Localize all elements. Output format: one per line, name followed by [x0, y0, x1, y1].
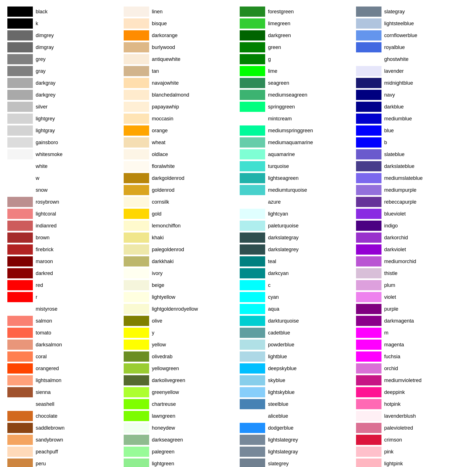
- color-swatch: [7, 459, 33, 467]
- color-item: lightsteelblue: [354, 18, 471, 29]
- color-label: lime: [268, 68, 277, 74]
- color-label: oldlace: [152, 152, 168, 157]
- color-item: silver: [6, 101, 122, 113]
- color-label: skyblue: [268, 378, 285, 383]
- color-label: mediumpurple: [384, 187, 417, 193]
- color-swatch: [124, 54, 149, 64]
- color-item: forestgreen: [238, 6, 354, 18]
- color-item: thistle: [354, 267, 471, 279]
- color-swatch: [124, 363, 149, 374]
- color-swatch: [124, 280, 149, 290]
- color-swatch: [356, 42, 381, 52]
- color-label: lightblue: [268, 354, 287, 360]
- color-swatch: [240, 173, 265, 183]
- color-item: w: [6, 172, 122, 184]
- color-item: snow: [6, 184, 122, 196]
- color-swatch: [356, 435, 381, 445]
- color-item: yellowgreen: [122, 362, 238, 374]
- color-item: olivedrab: [122, 351, 238, 362]
- color-swatch: [356, 149, 381, 159]
- color-item: cadetblue: [238, 327, 354, 339]
- color-label: cadetblue: [268, 330, 290, 336]
- color-label: aliceblue: [268, 413, 288, 419]
- color-item: darkviolet: [354, 244, 471, 255]
- color-swatch: [240, 209, 265, 219]
- color-item: aquamarine: [238, 148, 354, 160]
- color-item: lightgoldenrodyellow: [122, 303, 238, 315]
- color-label: lemonchiffon: [152, 223, 181, 229]
- color-label: palegoldenrod: [152, 247, 184, 253]
- color-swatch: [356, 280, 381, 290]
- color-swatch-empty: [356, 54, 381, 64]
- color-label: navy: [384, 92, 395, 98]
- color-swatch: [240, 423, 265, 433]
- color-swatch: [356, 233, 381, 243]
- color-swatch: [356, 7, 381, 17]
- color-item: gold: [122, 208, 238, 220]
- color-item: darkturquoise: [238, 315, 354, 327]
- color-item: mediumvioletred: [354, 374, 471, 386]
- color-item: seashell: [6, 398, 122, 410]
- color-label: lightgreen: [152, 461, 174, 467]
- color-label: orange: [152, 128, 168, 134]
- color-swatch: [240, 363, 265, 374]
- color-item: plum: [354, 279, 471, 291]
- color-label: floralwhite: [152, 163, 175, 169]
- color-swatch: [124, 125, 149, 136]
- color-swatch: [7, 292, 33, 302]
- color-item: indianred: [6, 220, 122, 232]
- color-swatch: [7, 363, 33, 374]
- color-label: mediumvioletred: [384, 378, 422, 383]
- color-label: lawngreen: [152, 413, 175, 419]
- color-item: blanchedalmond: [122, 89, 238, 101]
- color-label: brown: [36, 235, 50, 241]
- color-swatch: [240, 7, 265, 17]
- color-item: rebeccapurple: [354, 196, 471, 208]
- color-swatch: [124, 90, 149, 100]
- color-label: goldenrod: [152, 187, 175, 193]
- color-label: r: [36, 294, 37, 300]
- color-item: dodgerblue: [238, 422, 354, 434]
- color-swatch: [240, 102, 265, 112]
- color-label: slategray: [384, 9, 405, 15]
- color-swatch: [7, 233, 33, 243]
- color-label: lightgray: [36, 128, 55, 134]
- color-swatch: [240, 66, 265, 76]
- color-label: g: [268, 56, 271, 62]
- color-label: deeppink: [384, 389, 405, 395]
- color-item: lightcyan: [238, 208, 354, 220]
- color-label: snow: [36, 187, 48, 193]
- color-swatch: [7, 280, 33, 290]
- color-label: palegreen: [152, 449, 175, 455]
- color-swatch: [356, 66, 381, 76]
- color-label: darkkhaki: [152, 259, 174, 265]
- color-label: black: [36, 9, 48, 15]
- color-item: palegreen: [122, 446, 238, 458]
- color-label: seagreen: [268, 80, 289, 86]
- color-label: dodgerblue: [268, 425, 293, 431]
- color-swatch: [356, 161, 381, 171]
- color-item: orange: [122, 125, 238, 137]
- color-swatch: [356, 447, 381, 457]
- color-swatch: [124, 351, 149, 362]
- color-label: powderblue: [268, 342, 294, 348]
- color-label: darkcyan: [268, 270, 289, 276]
- color-swatch: [240, 399, 265, 409]
- color-item: chartreuse: [122, 398, 238, 410]
- color-column-1: blackkdimgreydimgraygreygraydarkgraydark…: [6, 6, 122, 467]
- color-item: skyblue: [238, 374, 354, 386]
- color-swatch: [240, 90, 265, 100]
- color-swatch: [7, 316, 33, 326]
- color-label: slateblue: [384, 152, 405, 157]
- color-item: lawngreen: [122, 410, 238, 422]
- color-label: whitesmoke: [36, 152, 63, 157]
- color-swatch: [7, 78, 33, 88]
- color-label: sienna: [36, 389, 51, 395]
- color-swatch: [356, 90, 381, 100]
- color-label: ivory: [152, 270, 163, 276]
- color-label: gainsboro: [36, 140, 58, 146]
- color-item: saddlebrown: [6, 422, 122, 434]
- color-item: midnightblue: [354, 77, 471, 89]
- color-swatch: [7, 244, 33, 255]
- color-label: papayawhip: [152, 104, 179, 110]
